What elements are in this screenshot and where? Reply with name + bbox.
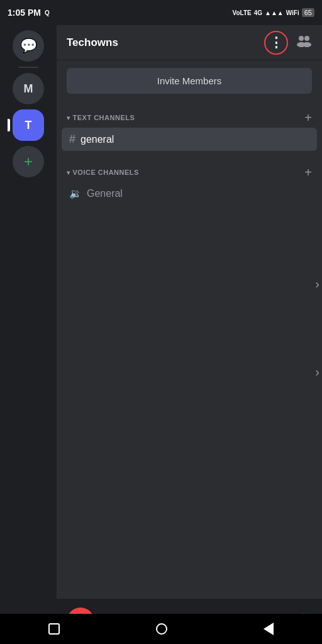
voice-channel-name-general: General xyxy=(87,188,123,199)
svg-point-0 xyxy=(299,36,304,41)
nav-back-button[interactable] xyxy=(264,623,274,635)
sidebar-item-direct-messages[interactable]: 💬 xyxy=(13,30,44,62)
server-header: Techowns ⋮ xyxy=(57,25,322,60)
svg-point-3 xyxy=(303,42,311,47)
nav-recents-button[interactable] xyxy=(48,623,60,635)
android-nav-bar xyxy=(0,614,322,644)
server-name: Techowns xyxy=(67,36,118,49)
svg-point-1 xyxy=(304,36,309,41)
nav-home-button[interactable] xyxy=(156,623,167,635)
voice-channels-category[interactable]: ▾ VOICE CHANNELS + xyxy=(62,156,317,182)
active-indicator xyxy=(8,119,10,131)
sidebar-item-techowns[interactable]: T xyxy=(13,109,44,141)
text-channels-text: TEXT CHANNELS xyxy=(73,114,135,121)
channel-item-voice-general[interactable]: 🔉 General xyxy=(62,182,317,204)
signal-icon: 4G xyxy=(254,9,262,16)
channel-name-general: general xyxy=(80,134,114,145)
status-time: 1:05 PM xyxy=(8,8,41,18)
side-arrow-top[interactable]: › xyxy=(315,277,319,291)
members-icon[interactable] xyxy=(296,34,312,52)
network-type-icon: VoLTE xyxy=(233,9,252,16)
carrier-icon: Q xyxy=(45,9,50,16)
channel-list: ▾ TEXT CHANNELS + # general ▾ VOICE CHAN… xyxy=(57,101,322,599)
battery-icon: 65 xyxy=(302,8,314,17)
t-server-label: T xyxy=(25,119,32,132)
app-container: 💬 M T + Techowns ⋮ xyxy=(0,25,322,644)
invite-members-button[interactable]: Invite Members xyxy=(67,68,312,94)
more-dots-icon: ⋮ xyxy=(269,36,283,50)
sidebar-divider xyxy=(18,67,38,68)
header-right: ⋮ xyxy=(264,31,312,55)
text-channels-category[interactable]: ▾ TEXT CHANNELS + xyxy=(62,101,317,128)
invite-section: Invite Members xyxy=(57,60,322,101)
status-icons: VoLTE 4G ▲▲▲ WiFi 65 xyxy=(233,8,315,17)
m-server-label: M xyxy=(24,82,33,96)
text-chevron-icon: ▾ xyxy=(67,114,70,121)
wifi-icon2: WiFi xyxy=(286,9,299,16)
sidebar: 💬 M T + xyxy=(0,25,57,644)
more-options-button[interactable]: ⋮ xyxy=(264,31,288,55)
voice-chevron-icon: ▾ xyxy=(67,169,70,176)
chat-icon: 💬 xyxy=(20,38,37,54)
hash-icon: # xyxy=(69,133,75,146)
sidebar-item-m-server[interactable]: M xyxy=(13,73,44,104)
voice-channels-label: ▾ VOICE CHANNELS xyxy=(67,169,139,176)
add-text-channel-button[interactable]: + xyxy=(304,111,312,124)
speaker-icon: 🔉 xyxy=(69,187,82,199)
side-arrow-bottom[interactable]: › xyxy=(315,365,319,379)
add-voice-channel-button[interactable]: + xyxy=(304,166,312,179)
channel-panel: Techowns ⋮ Invite Members xyxy=(57,25,322,644)
channel-item-general[interactable]: # general xyxy=(62,128,317,151)
sidebar-item-add-server[interactable]: + xyxy=(13,146,44,177)
voice-channels-text: VOICE CHANNELS xyxy=(73,169,139,176)
wifi-icon: ▲▲▲ xyxy=(265,9,284,16)
text-channels-label: ▾ TEXT CHANNELS xyxy=(67,114,135,121)
add-server-icon: + xyxy=(24,154,33,169)
status-bar: 1:05 PM Q VoLTE 4G ▲▲▲ WiFi 65 xyxy=(0,0,322,25)
